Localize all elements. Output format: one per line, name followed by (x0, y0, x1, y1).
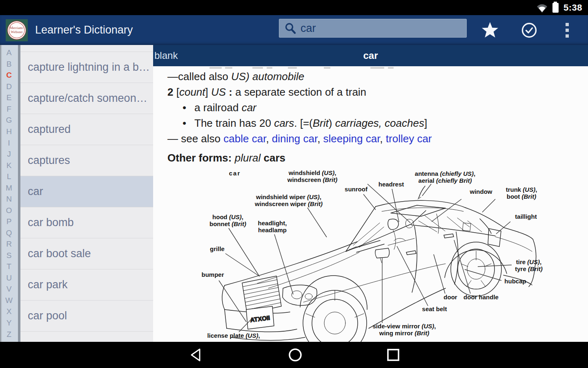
example-line: •a railroad car (167, 100, 584, 115)
alpha-letter-r[interactable]: R (6, 240, 12, 248)
diagram-label-tire: tire (US),tyre (Brit) (515, 258, 543, 272)
diagram-label-grille: grille (210, 245, 225, 252)
word-list-item-car[interactable]: car (20, 176, 153, 207)
search-value: car (301, 22, 316, 35)
overflow-menu-button[interactable] (559, 15, 576, 45)
alpha-letter-x[interactable]: X (7, 307, 12, 315)
definition-line: —called also US) automobile (167, 69, 584, 84)
leader-line-seat-belt (397, 246, 428, 306)
alpha-letter-k[interactable]: K (7, 162, 12, 169)
word-list-item-captures[interactable]: captures (20, 145, 153, 176)
clock-check-icon (521, 22, 537, 38)
main-area: ABCDEFGHIJKLMNOPQRSTUVWXYZ capture light… (0, 45, 588, 342)
alpha-letter-y[interactable]: Y (7, 319, 12, 327)
word-list-item-car-boot-sale[interactable]: car boot sale (20, 238, 153, 269)
word-list-item-captured[interactable]: captured (20, 114, 153, 145)
alpha-letter-v[interactable]: V (7, 285, 12, 293)
definition-line: 2 [count] US : a separate section of a t… (167, 84, 584, 100)
alpha-letter-l[interactable]: L (7, 173, 11, 180)
list-item-partial[interactable] (20, 45, 153, 52)
back-button[interactable] (189, 347, 204, 363)
diagram-label-wiper: windshield wiper (US),windscreen wiper (… (254, 193, 323, 207)
word-list-item-car-bomb[interactable]: car bomb (20, 207, 153, 238)
definition-text: — see also (167, 132, 223, 145)
leader-line-door (434, 254, 445, 294)
car-illustration: ATXOII (222, 186, 536, 342)
battery-icon (552, 3, 559, 13)
alpha-letter-j[interactable]: J (7, 150, 11, 158)
definition-text: , (317, 132, 323, 145)
diagram-label-antenna: antenna (chiefly US),aerial (chiefly Bri… (415, 170, 475, 184)
definition-text: [ (173, 86, 179, 98)
word-list-item-car-pool[interactable]: car pool (20, 301, 153, 332)
diagram-label-trunk: trunk (US),boot (Brit) (506, 186, 537, 200)
example-line: •The train has 20 cars. [=(Brit) carriag… (167, 115, 584, 131)
wifi-icon (537, 2, 548, 13)
alpha-letter-w[interactable]: W (5, 296, 13, 304)
alpha-letter-i[interactable]: I (8, 139, 10, 147)
alpha-letter-f[interactable]: F (7, 105, 11, 113)
leader-line-bumper (219, 280, 246, 322)
alpha-letter-o[interactable]: O (6, 206, 12, 214)
leader-line-trunk (482, 199, 495, 212)
definition-text: cars (274, 117, 294, 129)
diagram-caption: car (229, 170, 241, 177)
word-list-item-capture-catch-someon[interactable]: capture/catch someon… (20, 83, 153, 114)
leader-line-hubcap (465, 269, 501, 280)
leader-line-antenna (422, 184, 431, 196)
diagram-label-hubcap: hubcap (504, 278, 526, 285)
diagram-label-bumper: bumper (201, 271, 224, 278)
merriam-webster-logo: Merriam- Webster (6, 19, 28, 41)
status-time: 5:38 (564, 2, 582, 13)
alpha-letter-n[interactable]: N (6, 195, 12, 203)
alphabet-index-rail: ABCDEFGHIJKLMNOPQRSTUVWXYZ (0, 45, 18, 342)
recents-button[interactable] (385, 347, 401, 363)
alpha-letter-g[interactable]: G (6, 116, 12, 124)
definition-text: US) (231, 70, 252, 83)
word-list-item-capture-lightning-in-a-b[interactable]: capture lightning in a b… (20, 52, 153, 83)
definition-text: carriages, coaches (335, 117, 424, 129)
alpha-letter-m[interactable]: M (6, 184, 12, 192)
content-area: blank car —called also US) automobile2 [… (153, 45, 588, 342)
definition-text: cars (264, 152, 286, 164)
definition-block: —called also US) automobile2 [count] US … (167, 69, 584, 166)
android-nav-bar (0, 342, 588, 368)
leader-line-wiper (307, 208, 327, 237)
cross-reference-link[interactable]: dining car (272, 132, 317, 145)
alpha-letter-t[interactable]: T (7, 263, 11, 270)
definition-text: , (380, 132, 385, 145)
word-list-item-car-park[interactable]: car park (20, 269, 153, 301)
cross-reference-link[interactable]: sleeping car (323, 132, 380, 145)
home-button[interactable] (287, 347, 303, 363)
alpha-letter-a[interactable]: A (7, 49, 12, 56)
favorites-button[interactable] (480, 15, 500, 45)
cross-reference-link[interactable]: cable car (223, 132, 266, 145)
history-button[interactable] (519, 15, 539, 45)
search-input[interactable]: car (279, 19, 467, 38)
list-item-partial[interactable] (20, 332, 153, 342)
definition-text: ) (329, 117, 335, 129)
alpha-letter-p[interactable]: P (7, 218, 12, 225)
alpha-letter-e[interactable]: E (7, 94, 12, 101)
star-icon (481, 22, 499, 39)
alpha-letter-s[interactable]: S (7, 251, 12, 259)
car-diagram: ATXOII (153, 166, 588, 342)
overflow-menu-icon (566, 23, 569, 38)
leader-line-grille (225, 254, 260, 276)
alpha-letter-c[interactable]: C (6, 71, 12, 79)
alpha-letter-z[interactable]: Z (7, 330, 11, 338)
diagram-label-taillight: taillight (515, 213, 537, 220)
tab-car[interactable]: car (153, 50, 588, 61)
diagram-label-door: door (443, 294, 457, 301)
cross-reference-link[interactable]: trolley car (386, 132, 432, 145)
diagram-label-door-handle: door handle (463, 294, 499, 301)
bullet-glyph: • (183, 100, 187, 115)
leader-line-sunroof (363, 194, 376, 210)
alpha-letter-q[interactable]: Q (6, 229, 12, 237)
sidebar: ABCDEFGHIJKLMNOPQRSTUVWXYZ capture light… (0, 45, 153, 342)
alpha-letter-d[interactable]: D (6, 83, 12, 90)
alpha-letter-u[interactable]: U (6, 274, 12, 282)
alpha-letter-h[interactable]: H (6, 128, 12, 135)
definition-text: Other forms: (167, 152, 235, 164)
alpha-letter-b[interactable]: B (7, 60, 12, 68)
